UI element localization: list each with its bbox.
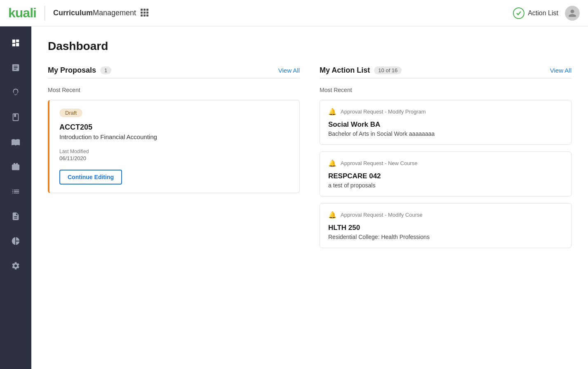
app-name: CurriculumManagement [53, 9, 136, 17]
action-card-subtitle-0: Bachelor of Arts in Social Work aaaaaaaa [328, 130, 563, 137]
svg-rect-4 [143, 12, 146, 14]
svg-rect-1 [143, 9, 146, 11]
svg-rect-2 [146, 9, 148, 11]
action-card-title-2: HLTH 250 [328, 224, 563, 232]
action-list-column: My Action List 10 of 16 View All Most Re… [320, 66, 572, 255]
action-card: 🔔 Approval Request - New Course RESPCARE… [320, 151, 572, 196]
action-list-check-icon [513, 7, 524, 19]
app-name-rest: Management [93, 9, 136, 17]
proposals-column: My Proposals 1 View All Most Recent Draf… [48, 66, 300, 255]
header-divider [45, 6, 45, 21]
continue-editing-button[interactable]: Continue Editing [59, 170, 122, 184]
action-card-title-1: RESPCARE 042 [328, 172, 563, 180]
svg-rect-5 [146, 12, 148, 14]
action-card-header-1: 🔔 Approval Request - New Course [328, 159, 563, 167]
svg-rect-6 [141, 14, 143, 17]
action-card: 🔔 Approval Request - Modify Course HLTH … [320, 203, 572, 248]
last-modified-label: Last Modified [59, 149, 289, 154]
action-list-divider [320, 78, 572, 78]
proposals-most-recent-label: Most Recent [48, 87, 300, 93]
svg-rect-8 [146, 14, 148, 17]
bell-icon-2: 🔔 [328, 211, 336, 219]
proposal-card: Draft ACCT205 Introduction to Financial … [48, 100, 300, 193]
svg-rect-3 [141, 12, 143, 14]
sidebar-item-reports[interactable] [0, 155, 31, 178]
bell-icon-1: 🔔 [328, 159, 336, 167]
action-list-label: Action List [528, 9, 558, 17]
action-request-type-1: Approval Request - New Course [341, 160, 417, 166]
sidebar [0, 26, 31, 369]
proposal-code: ACCT205 [59, 123, 289, 132]
proposals-title: My Proposals 1 [48, 66, 111, 75]
proposals-header: My Proposals 1 View All [48, 66, 300, 75]
action-list-view-all[interactable]: View All [550, 67, 572, 74]
logo-area: kuali [8, 5, 36, 21]
grid-icon[interactable] [140, 8, 148, 18]
action-list-title: My Action List 10 of 16 [320, 66, 402, 75]
sidebar-item-settings[interactable] [0, 254, 31, 277]
sidebar-item-action-list[interactable] [0, 180, 31, 203]
draft-badge: Draft [59, 109, 82, 117]
action-card-subtitle-1: a test of proposals [328, 182, 563, 189]
action-card-title-0: Social Work BA [328, 121, 563, 129]
sidebar-item-books[interactable] [0, 130, 31, 154]
action-list-header: My Action List 10 of 16 View All [320, 66, 572, 75]
proposal-name: Introduction to Financial Accounting [59, 133, 289, 140]
action-list-button[interactable]: Action List [513, 7, 558, 19]
sidebar-item-documents[interactable] [0, 205, 31, 228]
sidebar-item-ideas[interactable] [0, 81, 31, 104]
action-request-type-0: Approval Request - Modify Program [341, 109, 426, 115]
action-request-type-2: Approval Request - Modify Course [341, 212, 423, 218]
last-modified-date: 06/11/2020 [59, 155, 289, 161]
sidebar-item-analytics[interactable] [0, 229, 31, 253]
main-content: Dashboard My Proposals 1 View All Most R… [31, 26, 588, 369]
action-card-header-0: 🔔 Approval Request - Modify Program [328, 108, 563, 116]
app-name-bold: Curriculum [53, 9, 93, 17]
sidebar-item-courses[interactable] [0, 56, 31, 79]
action-list-count-badge: 10 of 16 [374, 66, 402, 74]
action-list-most-recent-label: Most Recent [320, 87, 572, 93]
proposals-view-all[interactable]: View All [278, 67, 300, 74]
bell-icon-0: 🔔 [328, 108, 336, 116]
action-cards-container: 🔔 Approval Request - Modify Program Soci… [320, 100, 572, 248]
proposals-divider [48, 78, 300, 78]
body-layout: Dashboard My Proposals 1 View All Most R… [0, 26, 588, 369]
user-avatar[interactable] [565, 6, 580, 21]
header-right: Action List [513, 6, 580, 21]
page-title: Dashboard [48, 40, 572, 53]
action-card-header-2: 🔔 Approval Request - Modify Course [328, 211, 563, 219]
dashboard-columns: My Proposals 1 View All Most Recent Draf… [48, 66, 572, 255]
kuali-logo: kuali [8, 5, 36, 21]
action-card-subtitle-2: Residential College: Health Professions [328, 234, 563, 240]
proposals-title-text: My Proposals [48, 66, 96, 75]
header: kuali CurriculumManagement Action List [0, 0, 588, 26]
sidebar-item-programs[interactable] [0, 106, 31, 129]
action-list-title-text: My Action List [320, 66, 370, 75]
sidebar-item-dashboard[interactable] [0, 31, 31, 54]
action-card: 🔔 Approval Request - Modify Program Soci… [320, 100, 572, 145]
svg-rect-7 [143, 14, 146, 17]
proposals-count-badge: 1 [100, 66, 111, 74]
svg-rect-0 [141, 9, 143, 11]
